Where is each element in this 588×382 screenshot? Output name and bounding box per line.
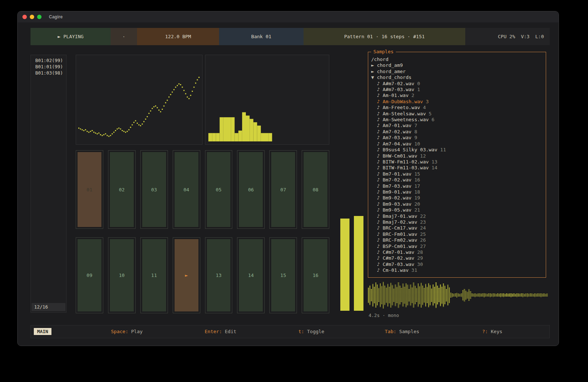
pad-12[interactable]: ► xyxy=(173,237,200,313)
pad-number: 02 xyxy=(119,187,125,192)
pad-surface: 01 xyxy=(78,152,101,227)
pad-06[interactable]: 06 xyxy=(237,150,265,229)
pad-02[interactable]: 02 xyxy=(108,150,136,229)
pad-number: 08 xyxy=(313,187,319,192)
pad-13[interactable]: 13 xyxy=(205,237,233,313)
sample-folder-chord_chords[interactable]: ▼ chord_chords xyxy=(371,75,543,80)
sample-file-name: Bm9-03.wav xyxy=(383,201,411,207)
pad-14[interactable]: 14 xyxy=(237,237,265,313)
sample-file[interactable]: ♪ Bm9-05.wav 21 xyxy=(371,207,543,213)
sample-file[interactable]: ♪ Am7-03.wav 9 xyxy=(371,135,543,141)
shortcut-key: Space: xyxy=(111,329,128,334)
pad-04[interactable]: 04 xyxy=(173,150,200,229)
sample-file-name: BSP-Cm01.wav xyxy=(383,244,417,249)
minimize-button[interactable] xyxy=(30,15,34,19)
sample-file[interactable]: ♪ BRC-Fm02.wav 26 xyxy=(371,237,543,243)
sample-file[interactable]: ♪ Am7-02.wav 8 xyxy=(371,129,543,135)
sample-file-name: BHW-Cm01.wav xyxy=(383,153,417,159)
shortcut-key: t: xyxy=(298,329,304,334)
sample-file[interactable]: ♪ Bm7-01.wav 15 xyxy=(371,171,543,177)
sample-file[interactable]: ♪ Am-Steelsaw.wav 5 xyxy=(371,111,543,117)
pad-09[interactable]: 09 xyxy=(76,237,103,313)
level-histogram-chart xyxy=(205,55,329,145)
pad-03[interactable]: 03 xyxy=(140,150,168,229)
note-icon: ♪ xyxy=(371,135,383,140)
pad-07[interactable]: 07 xyxy=(269,150,297,229)
sample-file-selected[interactable]: ♪ Am-DubWash.wav 3 xyxy=(371,99,543,105)
sample-file[interactable]: ♪ Bmaj7-01.wav 22 xyxy=(371,213,543,219)
sample-file-index: 29 xyxy=(414,255,423,261)
sample-file[interactable]: ♪ Am-01.wav 2 xyxy=(371,93,543,98)
pad-16[interactable]: 16 xyxy=(302,237,329,313)
sample-file-name: Cm-01.wav xyxy=(383,267,408,273)
sample-file-index: 5 xyxy=(426,111,432,116)
cpu-display: CPU 2% V:3 L:0 xyxy=(465,28,550,45)
titlebar: Cagire xyxy=(18,11,559,22)
sample-file[interactable]: ♪ Am-Freeto.wav 4 xyxy=(371,105,543,111)
sample-file-index: 8 xyxy=(412,129,417,134)
vu-meter-right xyxy=(354,55,363,311)
sample-file[interactable]: ♪ B9sus4 Silky 03.wav 11 xyxy=(371,147,543,153)
sample-folder-chord_am9[interactable]: ► chord_am9 xyxy=(371,62,543,68)
sample-file-index: 28 xyxy=(414,249,423,255)
sample-file[interactable]: ♪ Am7-04.wav 10 xyxy=(371,141,543,147)
transport-status-label: PLAYING xyxy=(64,34,84,39)
voice-entry: B01:03(98) xyxy=(31,70,66,76)
sample-file[interactable]: ♪ Bm7-02.wav 16 xyxy=(371,177,543,183)
pad-08[interactable]: 08 xyxy=(302,150,329,229)
sample-file-name: Bm7-03.wav xyxy=(383,183,411,189)
sample-file-index: 27 xyxy=(417,244,426,249)
note-icon: ♪ xyxy=(371,231,383,237)
pad-number: 06 xyxy=(248,187,254,192)
sample-file[interactable]: ♪ BRC-Fm01.wav 25 xyxy=(371,231,543,237)
sample-file[interactable]: ♪ Bm9-03.wav 20 xyxy=(371,201,543,207)
bpm-display[interactable]: 122.0 BPM xyxy=(137,28,219,45)
sample-file[interactable]: ♪ BSP-Cm01.wav 27 xyxy=(371,244,543,249)
sample-file[interactable]: ♪ A#m7-02.wav 0 xyxy=(371,81,543,87)
sample-file[interactable]: ♪ Bmaj7-02.wav 23 xyxy=(371,219,543,225)
bank-display[interactable]: Bank 01 xyxy=(219,28,304,45)
vu-meter-left xyxy=(340,55,349,311)
sample-file[interactable]: ♪ C#m7-01.wav 28 xyxy=(371,249,543,255)
sample-folder-chord_amer[interactable]: ► chord_amer xyxy=(371,69,543,75)
sample-file[interactable]: ♪ C#m7-02.wav 29 xyxy=(371,255,543,261)
pattern-display[interactable]: Pattern 01 · 16 steps · #151 xyxy=(304,28,465,45)
pad-surface: 03 xyxy=(142,152,166,227)
sample-file[interactable]: ♪ Bm9-02.wav 19 xyxy=(371,195,543,201)
shortcut-toggle: t: Toggle xyxy=(298,329,324,334)
pad-number: 05 xyxy=(216,187,222,192)
sample-list[interactable]: /chord ► chord_am9► chord_amer▼ chord_ch… xyxy=(368,52,546,277)
sample-file[interactable]: ♪ Am7-01.wav 7 xyxy=(371,123,543,129)
pad-10[interactable]: 10 xyxy=(108,237,136,313)
sample-file[interactable]: ♪ Am-Sweetness.wav 6 xyxy=(371,117,543,123)
metronome-dot: · xyxy=(122,34,125,39)
sample-file[interactable]: ♪ BITW-Fm11-02.wav 13 xyxy=(371,159,543,165)
sample-file-name: Bm7-02.wav xyxy=(383,177,411,183)
sample-file-name: BITW-Fm11-03.wav xyxy=(383,165,429,170)
sample-file[interactable]: ♪ BHW-Cm01.wav 12 xyxy=(371,153,543,159)
pad-05[interactable]: 05 xyxy=(205,150,233,229)
close-button[interactable] xyxy=(22,15,27,19)
pad-15[interactable]: 15 xyxy=(269,237,297,313)
sample-file-index: 10 xyxy=(412,141,420,147)
transport-bar: ► PLAYING · 122.0 BPM Bank 01 Pattern 01… xyxy=(31,28,550,45)
sample-file[interactable]: ♪ Bm7-03.wav 17 xyxy=(371,183,543,189)
shortcut-keys: ?: Keys xyxy=(482,329,502,334)
sample-file[interactable]: ♪ BITW-Fm11-03.wav 14 xyxy=(371,165,543,171)
pad-number: 16 xyxy=(313,273,319,278)
note-icon: ♪ xyxy=(371,244,383,249)
sample-file-name: Am7-03.wav xyxy=(383,135,411,140)
sample-file[interactable]: ♪ A#m7-03.wav 1 xyxy=(371,87,543,93)
zoom-button[interactable] xyxy=(37,15,42,19)
sample-file[interactable]: ♪ Cm-01.wav 31 xyxy=(371,267,543,273)
sample-file[interactable]: ♪ BRC-Cm17.wav 24 xyxy=(371,225,543,231)
pad-11[interactable]: 11 xyxy=(140,237,168,313)
transport-status[interactable]: ► PLAYING xyxy=(31,28,111,45)
sample-file[interactable]: ♪ Bm9-01.wav 18 xyxy=(371,189,543,195)
sample-file[interactable]: ♪ C#m7-03.wav 30 xyxy=(371,262,543,267)
pad-number: 07 xyxy=(280,187,286,192)
note-icon: ♪ xyxy=(371,225,383,231)
sample-file-index: 2 xyxy=(409,93,415,98)
pad-01[interactable]: 01 xyxy=(76,150,103,229)
vu-meter-left-fill xyxy=(340,219,349,311)
